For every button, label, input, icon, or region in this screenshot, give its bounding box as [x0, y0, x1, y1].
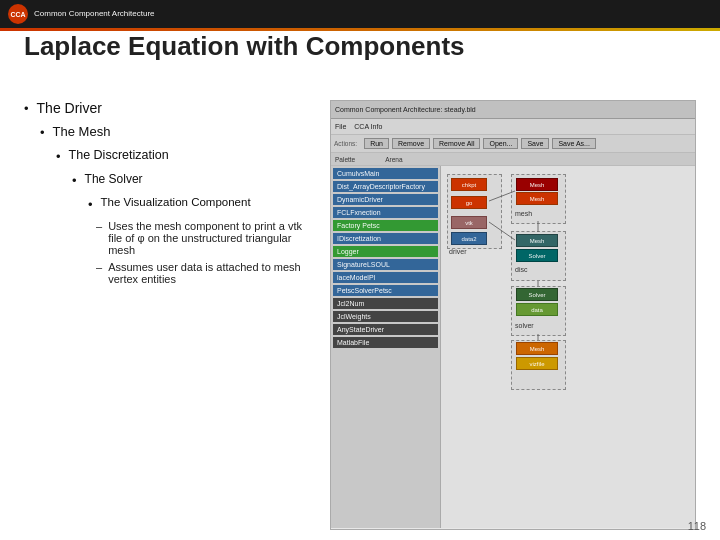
palette-label: Palette — [335, 156, 355, 163]
toolbar-remove[interactable]: Remove — [392, 138, 430, 149]
sub-bullet-1: Uses the mesh component to print a vtk f… — [96, 220, 314, 256]
component-list: CumulvsMain Dist_ArrayDescriptorFactory … — [331, 166, 441, 528]
main-content: • The Driver • The Mesh • The Discretiza… — [0, 80, 720, 540]
bullet-disc-text: The Discretization — [69, 148, 169, 162]
comp-matlab-file[interactable]: MatlabFile — [333, 337, 438, 348]
slide-panel: • The Driver • The Mesh • The Discretiza… — [24, 100, 314, 530]
arena-label: Arena — [385, 156, 402, 163]
bullet-driver-text: The Driver — [37, 100, 102, 116]
mesh-label: mesh — [515, 210, 532, 217]
sub-bullet-2: Assumes user data is attached to mesh ve… — [96, 261, 314, 285]
comp-lace-model[interactable]: laceModelPl — [333, 272, 438, 283]
page-number: 118 — [688, 520, 706, 532]
bullet-dot-3: • — [56, 149, 61, 164]
screenshot-body: CumulvsMain Dist_ArrayDescriptorFactory … — [331, 166, 695, 528]
canvas-chkpt[interactable]: chkpt — [451, 178, 487, 191]
canvas-solver2[interactable]: data — [516, 303, 558, 316]
comp-factory-petsc[interactable]: Factory Petsc — [333, 220, 438, 231]
toolbar-save[interactable]: Save — [521, 138, 549, 149]
toolbar-save-as[interactable]: Save As... — [552, 138, 596, 149]
header-bar: CCA Common Component Architecture — [0, 0, 720, 28]
canvas-mesh[interactable]: Mesh — [516, 178, 558, 191]
comp-jcl2num[interactable]: Jcl2Num — [333, 298, 438, 309]
page-title: Laplace Equation with Components — [0, 31, 720, 62]
cca-logo: CCA Common Component Architecture — [8, 4, 155, 24]
sub-list: Uses the mesh component to print a vtk f… — [24, 220, 314, 285]
driver-label: driver — [449, 248, 467, 255]
canvas-viz1[interactable]: Mesh — [516, 342, 558, 355]
comp-fcl[interactable]: FCLFxnection — [333, 207, 438, 218]
bullet-solver: • The Solver — [24, 172, 314, 188]
cca-logo-icon: CCA — [8, 4, 28, 24]
bullet-dot-4: • — [72, 173, 77, 188]
solver-label: solver — [515, 322, 534, 329]
canvas-disc2[interactable]: Solver — [516, 249, 558, 262]
canvas-disc1[interactable]: Mesh — [516, 234, 558, 247]
comp-cumulvs[interactable]: CumulvsMain — [333, 168, 438, 179]
comp-petsc-solver[interactable]: PetscSolverPetsc — [333, 285, 438, 296]
bullet-mesh: • The Mesh — [24, 124, 314, 140]
menu-cca-info[interactable]: CCA Info — [354, 123, 382, 130]
canvas-area: chkpt go vtk data2 driver Mesh Mesh mesh — [441, 166, 695, 528]
comp-anystate-driver[interactable]: AnyStateDriver — [333, 324, 438, 335]
canvas-go[interactable]: go — [451, 196, 487, 209]
toolbar-remove-all[interactable]: Remove All — [433, 138, 480, 149]
bullet-list: • The Driver • The Mesh • The Discretiza… — [24, 100, 314, 212]
bullet-viz-text: The Visualization Component — [101, 196, 251, 208]
canvas-solver1[interactable]: Solver — [516, 288, 558, 301]
screenshot-toolbar: Actions: Run Remove Remove All Open... S… — [331, 135, 695, 153]
comp-logger[interactable]: Logger — [333, 246, 438, 257]
bullet-dot-2: • — [40, 125, 45, 140]
cca-logo-subtext: Common Component Architecture — [34, 9, 155, 19]
bullet-solver-text: The Solver — [85, 172, 143, 186]
screenshot-panel: Common Component Architecture: steady.bl… — [330, 100, 696, 530]
bullet-dot-5: • — [88, 197, 93, 212]
toolbar-actions-label: Actions: — [334, 140, 357, 147]
bullet-discretization: • The Discretization — [24, 148, 314, 164]
bullet-mesh-text: The Mesh — [53, 124, 111, 139]
canvas-viz2[interactable]: vizfile — [516, 357, 558, 370]
comp-idiscretization[interactable]: IDiscretization — [333, 233, 438, 244]
screenshot-titlebar: Common Component Architecture: steady.bl… — [331, 101, 695, 119]
canvas-mesh2[interactable]: Mesh — [516, 192, 558, 205]
toolbar-run[interactable]: Run — [364, 138, 389, 149]
comp-jcl-weights[interactable]: JclWeights — [333, 311, 438, 322]
comp-signature[interactable]: SignatureLSOUL — [333, 259, 438, 270]
comp-dist-array[interactable]: Dist_ArrayDescriptorFactory — [333, 181, 438, 192]
screenshot-title: Common Component Architecture: steady.bl… — [335, 106, 476, 113]
bullet-visualization: • The Visualization Component — [24, 196, 314, 212]
comp-dynamic-driver[interactable]: DynamicDriver — [333, 194, 438, 205]
bullet-dot-1: • — [24, 101, 29, 116]
palette-bar: Palette Arena — [331, 153, 695, 166]
screenshot-menu: File CCA Info — [331, 119, 695, 135]
canvas-vtk[interactable]: vtk — [451, 216, 487, 229]
bullet-driver: • The Driver — [24, 100, 314, 116]
toolbar-open[interactable]: Open... — [483, 138, 518, 149]
menu-file[interactable]: File — [335, 123, 346, 130]
canvas-data2[interactable]: data2 — [451, 232, 487, 245]
disc-label: disc — [515, 266, 527, 273]
